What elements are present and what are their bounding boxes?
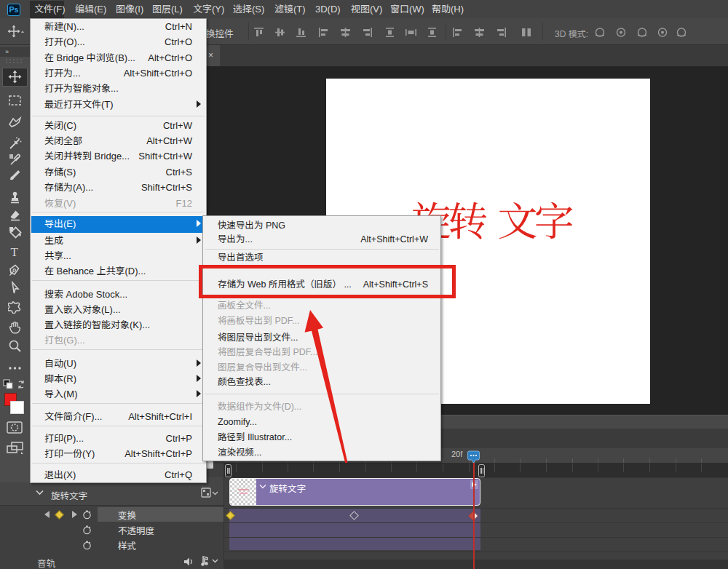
svg-text:T: T	[11, 245, 19, 259]
